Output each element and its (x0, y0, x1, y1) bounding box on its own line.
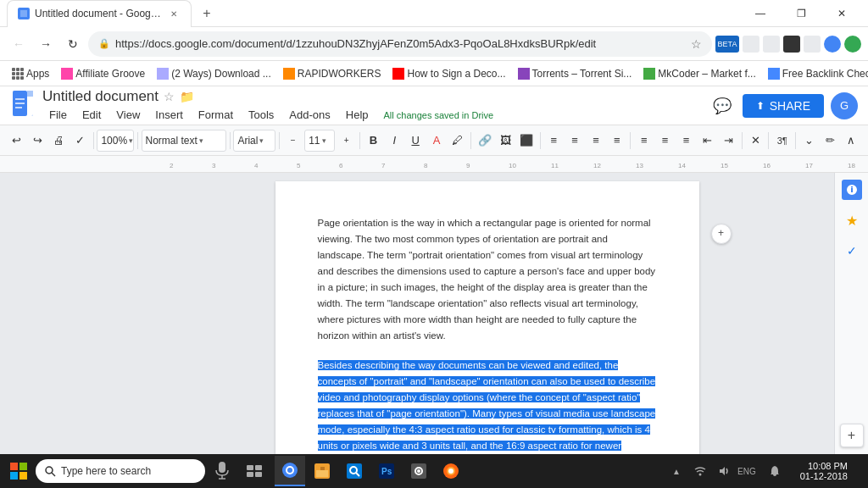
bookmark-torrents[interactable]: Torrents – Torrent Si... (513, 66, 637, 81)
refresh-button[interactable]: ↻ (61, 32, 85, 56)
spell-check-button[interactable]: ✓ (70, 130, 90, 152)
more-tools-button[interactable]: ✏ (821, 130, 840, 152)
image-button[interactable]: 🖼 (496, 130, 515, 152)
minimize-button[interactable]: — (741, 0, 780, 27)
menu-file[interactable]: File (42, 107, 74, 123)
taskbar-photoshop-icon[interactable]: Ps (371, 456, 402, 486)
ext-icon-4 (804, 36, 821, 53)
taskbar-search-bar[interactable]: Type here to search (36, 459, 205, 483)
windows-button[interactable] (3, 456, 34, 486)
font-size-increase-button[interactable]: + (337, 130, 356, 152)
bookmark-download[interactable]: (2 Ways) Download ... (152, 66, 276, 81)
explore-panel-button[interactable] (842, 180, 862, 200)
comment-button[interactable]: 💬 (709, 92, 736, 119)
star-icon[interactable]: ☆ (164, 90, 175, 103)
back-button[interactable]: ← (7, 32, 31, 56)
font-color-button[interactable]: A (427, 130, 447, 152)
decrease-indent-button[interactable]: ⇤ (698, 130, 717, 152)
volume-icon[interactable] (714, 456, 734, 486)
check-panel-button[interactable]: ✓ (842, 241, 862, 261)
style-select[interactable]: Normal text ▾ (142, 130, 226, 152)
close-button[interactable]: ✕ (822, 0, 861, 27)
task-view-button[interactable] (239, 456, 270, 486)
bookmark-mkcoder[interactable]: MkCoder – Market f... (638, 66, 760, 81)
menu-addons[interactable]: Add-ons (282, 107, 337, 123)
notification-icon[interactable] (760, 456, 790, 486)
tab-close-button[interactable]: ✕ (167, 7, 181, 20)
active-tab[interactable]: Untitled document - Google Doc... ✕ (7, 0, 192, 27)
svg-text:18: 18 (848, 162, 855, 169)
collapse-toolbar-button[interactable]: ∧ (842, 130, 861, 152)
menu-help[interactable]: Help (339, 107, 376, 123)
tab-title: Untitled document - Google Doc... (35, 8, 162, 19)
comment-toolbar-button[interactable]: ⬛ (517, 130, 537, 152)
network-icon[interactable] (690, 456, 710, 486)
font-select[interactable]: Arial ▾ (233, 130, 275, 152)
zoom-select[interactable]: 100% ▾ (97, 130, 133, 152)
doc-scroll-area[interactable]: + Page orientation is the way in which a… (140, 173, 834, 454)
clear-format-button[interactable]: ✕ (746, 130, 765, 152)
forward-button[interactable]: → (34, 32, 58, 56)
menu-view[interactable]: View (109, 107, 147, 123)
show-desktop-button[interactable] (858, 456, 865, 486)
paragraph-style-button[interactable]: 3¶ (772, 130, 792, 152)
svg-text:16: 16 (763, 162, 771, 169)
maximize-button[interactable]: ❐ (782, 0, 821, 27)
undo-button[interactable]: ↩ (7, 130, 26, 152)
bookmark-backlink-label: Free Backlink Check... (782, 68, 868, 80)
svg-text:15: 15 (721, 162, 728, 169)
bookmark-rapidworkers[interactable]: RAPIDWORKERS (278, 66, 387, 81)
doc-title[interactable]: Untitled document (42, 88, 159, 105)
add-comment-button[interactable]: + (711, 224, 732, 244)
align-center-button[interactable]: ≡ (565, 130, 585, 152)
paragraph-2-highlighted[interactable]: Besides describing the way documents can… (318, 358, 657, 454)
new-tab-button[interactable]: + (197, 3, 217, 24)
bullet-list-button[interactable]: ≡ (676, 130, 696, 152)
font-size-decrease-button[interactable]: − (283, 130, 303, 152)
taskbar-search-app-icon[interactable] (339, 456, 370, 486)
link-button[interactable]: 🔗 (475, 130, 494, 152)
menu-insert[interactable]: Insert (148, 107, 190, 123)
taskbar-chrome-icon[interactable] (275, 456, 305, 486)
align-right-button[interactable]: ≡ (587, 130, 606, 152)
folder-icon[interactable]: 📁 (180, 90, 194, 103)
address-input-wrap[interactable]: 🔒 https://docs.google.com/document/d/1zz… (88, 31, 712, 57)
increase-indent-button[interactable]: ⇥ (719, 130, 738, 152)
line-spacing-button[interactable]: ≡ (634, 130, 654, 152)
align-left-button[interactable]: ≡ (544, 130, 564, 152)
star-panel-button[interactable]: ★ (842, 210, 862, 230)
redo-button[interactable]: ↪ (28, 130, 47, 152)
taskbar-settings-icon[interactable] (403, 456, 434, 486)
bookmark-torrents-label: Torrents – Torrent Si... (532, 68, 632, 80)
bookmark-star-icon[interactable]: ☆ (691, 37, 702, 51)
language-indicator[interactable]: ENG (737, 467, 756, 476)
numbered-list-button[interactable]: ≡ (655, 130, 675, 152)
bookmark-sign[interactable]: How to Sign a Deco... (387, 66, 510, 81)
svg-text:12: 12 (593, 162, 601, 169)
italic-button[interactable]: I (385, 130, 404, 152)
menu-edit[interactable]: Edit (75, 107, 108, 123)
profile-icon-2[interactable] (844, 36, 861, 53)
app-header: Untitled document ☆ 📁 File Edit View Ins… (0, 86, 868, 125)
font-size-select[interactable]: 11 ▾ (304, 130, 335, 152)
menu-format[interactable]: Format (192, 107, 240, 123)
bold-button[interactable]: B (364, 130, 383, 152)
taskbar-firefox-icon[interactable] (436, 456, 466, 486)
highlight-button[interactable]: 🖊 (448, 130, 467, 152)
taskbar-explorer-icon[interactable] (307, 456, 337, 486)
microphone-button[interactable] (207, 456, 237, 486)
bookmark-affiliate[interactable]: Affiliate Groove (56, 66, 150, 81)
tray-arrow-button[interactable]: ▲ (666, 456, 687, 486)
profile-icon[interactable] (824, 36, 841, 53)
user-avatar[interactable]: G (831, 92, 858, 119)
print-button[interactable]: 🖨 (49, 130, 69, 152)
underline-button[interactable]: U (406, 130, 426, 152)
add-panel-button[interactable]: + (840, 424, 864, 447)
share-button[interactable]: ⬆ SHARE (743, 94, 824, 118)
expand-button[interactable]: ⌄ (799, 130, 819, 152)
svg-text:17: 17 (805, 162, 813, 169)
menu-tools[interactable]: Tools (242, 107, 281, 123)
apps-bookmark[interactable]: Apps (7, 66, 54, 81)
bookmark-backlink[interactable]: Free Backlink Check... (763, 66, 868, 81)
align-justify-button[interactable]: ≡ (607, 130, 626, 152)
